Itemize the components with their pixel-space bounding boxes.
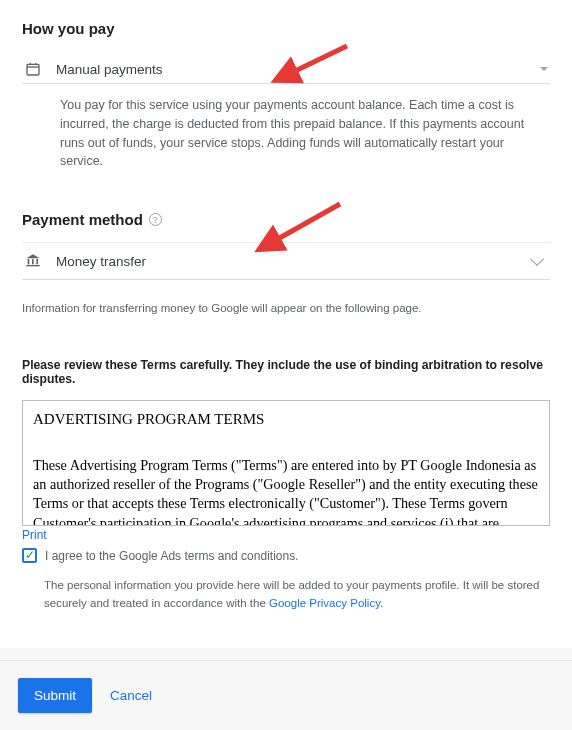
print-link[interactable]: Print (22, 528, 47, 542)
agree-row: I agree to the Google Ads terms and cond… (22, 548, 550, 563)
personal-info-note: The personal information you provide her… (44, 577, 550, 613)
calendar-icon (24, 61, 42, 77)
how-you-pay-selector[interactable]: Manual payments (22, 55, 550, 84)
payment-method-value: Money transfer (56, 254, 518, 269)
how-you-pay-title: How you pay (22, 20, 550, 37)
help-icon[interactable]: ? (149, 213, 162, 226)
svg-rect-4 (28, 259, 30, 264)
payment-method-selector[interactable]: Money transfer (22, 242, 550, 280)
terms-review-note: Please review these Terms carefully. The… (22, 358, 550, 386)
bank-icon (24, 253, 42, 269)
terms-box[interactable]: ADVERTISING PROGRAM TERMS These Advertis… (22, 400, 550, 526)
footer-actions: Submit Cancel (0, 660, 572, 730)
personal-text-after: . (380, 597, 383, 609)
how-you-pay-value: Manual payments (56, 62, 526, 77)
settings-panel: How you pay Manual payments You pay for … (0, 0, 572, 648)
chevron-down-icon (530, 252, 544, 266)
svg-rect-7 (26, 265, 39, 266)
payment-method-header: Payment method ? (22, 211, 550, 228)
cancel-button[interactable]: Cancel (110, 688, 152, 703)
submit-button[interactable]: Submit (18, 678, 92, 713)
how-you-pay-description: You pay for this service using your paym… (60, 96, 550, 171)
privacy-policy-link[interactable]: Google Privacy Policy (269, 597, 380, 609)
chevron-down-icon (540, 67, 548, 71)
transfer-note: Information for transferring money to Go… (22, 302, 550, 314)
svg-rect-6 (36, 259, 38, 264)
svg-rect-5 (32, 259, 34, 264)
terms-heading: ADVERTISING PROGRAM TERMS (33, 411, 539, 428)
terms-body: These Advertising Program Terms ("Terms"… (33, 456, 539, 526)
agree-checkbox[interactable] (22, 548, 37, 563)
svg-rect-0 (27, 64, 39, 75)
payment-method-title: Payment method (22, 211, 143, 228)
agree-label: I agree to the Google Ads terms and cond… (45, 549, 299, 563)
